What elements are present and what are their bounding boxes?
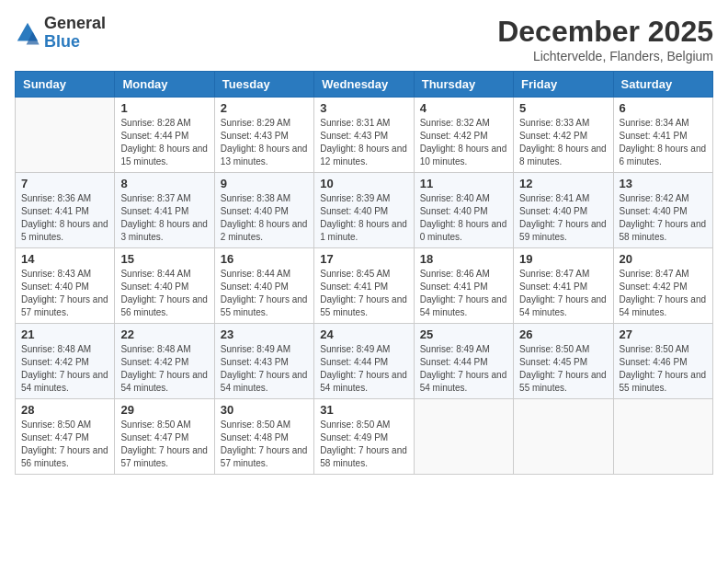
day-number: 27: [620, 327, 707, 341]
day-info: Sunrise: 8:32 AMSunset: 4:42 PMDaylight:…: [420, 117, 507, 168]
page-header: General Blue December 2025 Lichtervelde,…: [15, 15, 713, 63]
calendar-day-cell: 2Sunrise: 8:29 AMSunset: 4:43 PMDaylight…: [214, 98, 313, 173]
day-info: Sunrise: 8:49 AMSunset: 4:43 PMDaylight:…: [221, 343, 308, 395]
day-number: 5: [519, 101, 607, 115]
day-number: 22: [120, 327, 208, 341]
day-number: 20: [620, 252, 707, 266]
day-info: Sunrise: 8:48 AMSunset: 4:42 PMDaylight:…: [21, 343, 108, 395]
day-of-week-header: Friday: [514, 72, 613, 98]
day-info: Sunrise: 8:47 AMSunset: 4:42 PMDaylight:…: [620, 268, 707, 319]
calendar-day-cell: [613, 399, 712, 475]
day-info: Sunrise: 8:38 AMSunset: 4:40 PMDaylight:…: [221, 192, 308, 244]
calendar-week-row: 14Sunrise: 8:43 AMSunset: 4:40 PMDayligh…: [16, 248, 713, 324]
day-info: Sunrise: 8:34 AMSunset: 4:41 PMDaylight:…: [620, 117, 707, 168]
day-number: 11: [420, 177, 507, 190]
calendar-day-cell: 14Sunrise: 8:43 AMSunset: 4:40 PMDayligh…: [16, 248, 115, 324]
day-info: Sunrise: 8:48 AMSunset: 4:42 PMDaylight:…: [120, 343, 208, 395]
calendar-day-cell: 9Sunrise: 8:38 AMSunset: 4:40 PMDaylight…: [214, 173, 313, 248]
day-number: 31: [320, 403, 407, 417]
day-number: 2: [221, 101, 308, 115]
day-info: Sunrise: 8:50 AMSunset: 4:47 PMDaylight:…: [21, 419, 108, 470]
calendar-day-cell: 11Sunrise: 8:40 AMSunset: 4:40 PMDayligh…: [414, 173, 513, 248]
day-number: 4: [420, 101, 507, 115]
day-of-week-header: Sunday: [16, 72, 115, 98]
calendar-week-row: 28Sunrise: 8:50 AMSunset: 4:47 PMDayligh…: [16, 399, 713, 475]
calendar-day-cell: 8Sunrise: 8:37 AMSunset: 4:41 PMDaylight…: [115, 173, 214, 248]
day-number: 9: [221, 177, 308, 190]
day-number: 24: [320, 327, 407, 341]
calendar-day-cell: 4Sunrise: 8:32 AMSunset: 4:42 PMDaylight…: [414, 98, 513, 173]
day-number: 30: [221, 403, 308, 417]
calendar: SundayMondayTuesdayWednesdayThursdayFrid…: [15, 71, 713, 475]
calendar-day-cell: 5Sunrise: 8:33 AMSunset: 4:42 PMDaylight…: [514, 98, 613, 173]
day-info: Sunrise: 8:50 AMSunset: 4:46 PMDaylight:…: [620, 343, 707, 395]
logo-general: General: [44, 15, 106, 33]
location: Lichtervelde, Flanders, Belgium: [497, 49, 713, 63]
day-number: 6: [620, 101, 707, 115]
day-number: 28: [21, 403, 108, 417]
calendar-day-cell: 15Sunrise: 8:44 AMSunset: 4:40 PMDayligh…: [115, 248, 214, 324]
calendar-day-cell: 31Sunrise: 8:50 AMSunset: 4:49 PMDayligh…: [314, 399, 414, 475]
month-title: December 2025: [497, 15, 713, 49]
day-info: Sunrise: 8:50 AMSunset: 4:45 PMDaylight:…: [519, 343, 607, 395]
day-info: Sunrise: 8:41 AMSunset: 4:40 PMDaylight:…: [519, 192, 607, 244]
calendar-day-cell: 12Sunrise: 8:41 AMSunset: 4:40 PMDayligh…: [514, 173, 613, 248]
title-section: December 2025 Lichtervelde, Flanders, Be…: [497, 15, 713, 63]
day-number: 25: [420, 327, 507, 341]
day-number: 8: [120, 177, 208, 190]
day-info: Sunrise: 8:42 AMSunset: 4:40 PMDaylight:…: [620, 192, 707, 244]
day-number: 3: [320, 101, 407, 115]
day-info: Sunrise: 8:29 AMSunset: 4:43 PMDaylight:…: [221, 117, 308, 168]
day-number: 12: [519, 177, 607, 190]
calendar-day-cell: 17Sunrise: 8:45 AMSunset: 4:41 PMDayligh…: [314, 248, 414, 324]
calendar-day-cell: 25Sunrise: 8:49 AMSunset: 4:44 PMDayligh…: [414, 324, 513, 399]
day-info: Sunrise: 8:44 AMSunset: 4:40 PMDaylight:…: [120, 268, 208, 319]
calendar-day-cell: 23Sunrise: 8:49 AMSunset: 4:43 PMDayligh…: [214, 324, 313, 399]
calendar-day-cell: 29Sunrise: 8:50 AMSunset: 4:47 PMDayligh…: [115, 399, 214, 475]
day-number: 13: [620, 177, 707, 190]
day-info: Sunrise: 8:28 AMSunset: 4:44 PMDaylight:…: [120, 117, 208, 168]
calendar-day-cell: 13Sunrise: 8:42 AMSunset: 4:40 PMDayligh…: [613, 173, 712, 248]
calendar-day-cell: 22Sunrise: 8:48 AMSunset: 4:42 PMDayligh…: [115, 324, 214, 399]
day-number: 23: [221, 327, 308, 341]
day-of-week-header: Monday: [115, 72, 214, 98]
day-number: 16: [221, 252, 308, 266]
day-number: 7: [21, 177, 108, 190]
calendar-day-cell: 28Sunrise: 8:50 AMSunset: 4:47 PMDayligh…: [16, 399, 115, 475]
calendar-day-cell: 24Sunrise: 8:49 AMSunset: 4:44 PMDayligh…: [314, 324, 414, 399]
day-info: Sunrise: 8:46 AMSunset: 4:41 PMDaylight:…: [420, 268, 507, 319]
day-number: 29: [120, 403, 208, 417]
day-number: 14: [21, 252, 108, 266]
day-info: Sunrise: 8:47 AMSunset: 4:41 PMDaylight:…: [519, 268, 607, 319]
day-info: Sunrise: 8:39 AMSunset: 4:40 PMDaylight:…: [320, 192, 407, 244]
calendar-week-row: 1Sunrise: 8:28 AMSunset: 4:44 PMDaylight…: [16, 98, 713, 173]
calendar-week-row: 7Sunrise: 8:36 AMSunset: 4:41 PMDaylight…: [16, 173, 713, 248]
calendar-day-cell: 20Sunrise: 8:47 AMSunset: 4:42 PMDayligh…: [613, 248, 712, 324]
day-of-week-header: Tuesday: [214, 72, 313, 98]
day-number: 10: [320, 177, 407, 190]
day-info: Sunrise: 8:40 AMSunset: 4:40 PMDaylight:…: [420, 192, 507, 244]
calendar-header-row: SundayMondayTuesdayWednesdayThursdayFrid…: [16, 72, 713, 98]
calendar-day-cell: [16, 98, 115, 173]
calendar-day-cell: 1Sunrise: 8:28 AMSunset: 4:44 PMDaylight…: [115, 98, 214, 173]
day-info: Sunrise: 8:50 AMSunset: 4:49 PMDaylight:…: [320, 419, 407, 470]
day-number: 26: [519, 327, 607, 341]
day-number: 19: [519, 252, 607, 266]
day-of-week-header: Saturday: [613, 72, 712, 98]
day-info: Sunrise: 8:44 AMSunset: 4:40 PMDaylight:…: [221, 268, 308, 319]
calendar-day-cell: 30Sunrise: 8:50 AMSunset: 4:48 PMDayligh…: [214, 399, 313, 475]
day-info: Sunrise: 8:36 AMSunset: 4:41 PMDaylight:…: [21, 192, 108, 244]
day-number: 21: [21, 327, 108, 341]
calendar-day-cell: [414, 399, 513, 475]
logo-icon: [15, 20, 40, 46]
day-info: Sunrise: 8:45 AMSunset: 4:41 PMDaylight:…: [320, 268, 407, 319]
calendar-day-cell: 16Sunrise: 8:44 AMSunset: 4:40 PMDayligh…: [214, 248, 313, 324]
day-number: 17: [320, 252, 407, 266]
calendar-day-cell: 18Sunrise: 8:46 AMSunset: 4:41 PMDayligh…: [414, 248, 513, 324]
calendar-day-cell: 21Sunrise: 8:48 AMSunset: 4:42 PMDayligh…: [16, 324, 115, 399]
calendar-day-cell: 26Sunrise: 8:50 AMSunset: 4:45 PMDayligh…: [514, 324, 613, 399]
calendar-day-cell: 7Sunrise: 8:36 AMSunset: 4:41 PMDaylight…: [16, 173, 115, 248]
calendar-day-cell: 10Sunrise: 8:39 AMSunset: 4:40 PMDayligh…: [314, 173, 414, 248]
day-info: Sunrise: 8:50 AMSunset: 4:47 PMDaylight:…: [120, 419, 208, 470]
logo: General Blue: [15, 15, 106, 52]
